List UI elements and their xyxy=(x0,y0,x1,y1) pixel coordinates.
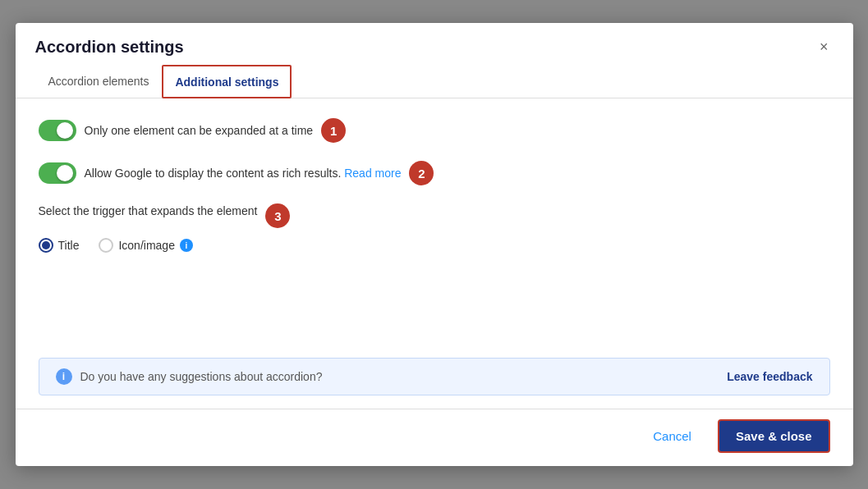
save-close-button[interactable]: Save & close xyxy=(718,419,830,453)
dialog-header: Accordion settings × xyxy=(16,23,853,57)
step-badge-3: 3 xyxy=(265,203,290,228)
feedback-bar: i Do you have any suggestions about acco… xyxy=(39,358,830,395)
radio-title[interactable]: Title xyxy=(39,238,80,253)
feedback-message-area: i Do you have any suggestions about acco… xyxy=(56,368,323,385)
setting-row-2: Allow Google to display the content as r… xyxy=(39,161,830,185)
radio-title-circle xyxy=(39,238,53,253)
toggle-one-element[interactable] xyxy=(39,120,76,141)
read-more-link[interactable]: Read more xyxy=(344,167,401,180)
leave-feedback-button[interactable]: Leave feedback xyxy=(727,370,812,383)
radio-icon-image[interactable]: Icon/image i xyxy=(99,238,192,253)
accordion-settings-dialog: Accordion settings × Accordion elements … xyxy=(16,23,853,466)
trigger-section: Select the trigger that expands the elem… xyxy=(39,203,830,253)
tab-accordion-elements[interactable]: Accordion elements xyxy=(35,65,163,98)
radio-icon-circle xyxy=(99,238,113,253)
toggle1-label: Only one element can be expanded at a ti… xyxy=(85,124,314,137)
toggle2-label: Allow Google to display the content as r… xyxy=(85,167,402,180)
dialog-title: Accordion settings xyxy=(35,38,184,57)
trigger-label: Select the trigger that expands the elem… xyxy=(39,204,258,217)
close-button[interactable]: × xyxy=(815,38,834,56)
dialog-footer: Cancel Save & close xyxy=(16,409,853,466)
setting-row-1: Only one element can be expanded at a ti… xyxy=(39,118,830,143)
step-badge-2: 2 xyxy=(409,161,434,185)
info-icon[interactable]: i xyxy=(180,239,193,252)
dialog-body: Only one element can be expanded at a ti… xyxy=(16,98,853,358)
cancel-button[interactable]: Cancel xyxy=(640,423,705,450)
tabs-row: Accordion elements Additional settings xyxy=(16,65,853,98)
toggle-google-rich[interactable] xyxy=(39,162,76,184)
trigger-radio-group: Title Icon/image i xyxy=(39,238,830,253)
feedback-info-icon: i xyxy=(56,368,72,385)
step-badge-1: 1 xyxy=(321,118,346,143)
tab-additional-settings[interactable]: Additional settings xyxy=(162,65,292,98)
feedback-message: Do you have any suggestions about accord… xyxy=(80,370,323,383)
